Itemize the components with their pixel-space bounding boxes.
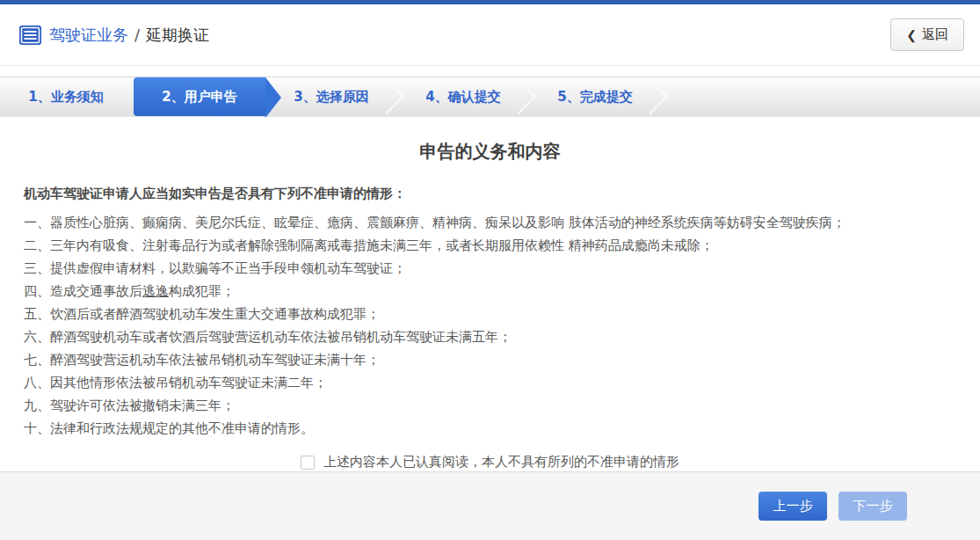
step-4-confirm-submit: 4、确认提交 — [397, 77, 529, 116]
declaration-item-9: 九、驾驶许可依法被撤销未满三年； — [24, 394, 956, 417]
breadcrumb: 驾驶证业务 / 延期换证 — [19, 25, 209, 46]
back-button-label: 返回 — [922, 26, 948, 43]
step-5-complete-submit: 5、完成提交 — [529, 77, 661, 116]
agreement-checkbox[interactable] — [301, 456, 315, 470]
declaration-items: 一、器质性心脏病、癫痫病、美尼尔氏症、眩晕症、癔病、震颤麻痹、精神病、痴呆以及影… — [24, 211, 956, 440]
declaration-item-4: 四、造成交通事故后逃逸构成犯罪； — [24, 280, 956, 303]
step-label: 5、完成提交 — [557, 89, 632, 106]
declaration-item-3: 三、提供虚假申请材料，以欺骗等不正当手段申领机动车驾驶证； — [24, 257, 956, 280]
declaration-item-8: 八、因其他情形依法被吊销机动车驾驶证未满二年； — [24, 371, 956, 394]
breadcrumb-business-type[interactable]: 驾驶证业务 — [49, 25, 128, 46]
breadcrumb-current-page: 延期换证 — [146, 25, 209, 46]
breadcrumb-separator: / — [134, 26, 140, 44]
step-1-business-notice: 1、业务须知 — [0, 77, 132, 116]
list-icon — [19, 26, 41, 45]
footer-bar: 上一步 下一步 — [0, 471, 980, 540]
step-wizard: 1、业务须知 2、用户申告 3、选择原因 4、确认提交 5、完成提交 — [0, 77, 980, 117]
step-2-user-declaration: 2、用户申告 — [134, 77, 265, 116]
page-title: 申告的义务和内容 — [24, 140, 956, 164]
back-button[interactable]: ❮ 返回 — [890, 18, 964, 51]
declaration-item-5: 五、饮酒后或者醉酒驾驶机动车发生重大交通事故构成犯罪； — [24, 303, 956, 325]
step-label: 2、用户申告 — [162, 89, 236, 106]
agreement-row: 上述内容本人已认真阅读，本人不具有所列的不准申请的情形 — [24, 454, 956, 471]
previous-step-button[interactable]: 上一步 — [759, 492, 827, 521]
step-label: 1、业务须知 — [28, 89, 103, 106]
declaration-item-7: 七、醉酒驾驶营运机动车依法被吊销机动车驾驶证未满十年； — [24, 348, 956, 371]
declaration-intro: 机动车驾驶证申请人应当如实申告是否具有下列不准申请的情形： — [24, 181, 956, 206]
agreement-label: 上述内容本人已认真阅读，本人不具有所列的不准申请的情形 — [323, 454, 679, 471]
declaration-item-1: 一、器质性心脏病、癫痫病、美尼尔氏症、眩晕症、癔病、震颤麻痹、精神病、痴呆以及影… — [24, 211, 956, 234]
step-label: 4、确认提交 — [425, 89, 500, 106]
declaration-content: 申告的义务和内容 机动车驾驶证申请人应当如实申告是否具有下列不准申请的情形： 一… — [0, 140, 980, 471]
declaration-item-6: 六、醉酒驾驶机动车或者饮酒后驾驶营运机动车依法被吊销机动车驾驶证未满五年； — [24, 325, 956, 348]
step-3-select-reason: 3、选择原因 — [265, 77, 397, 116]
step-label: 3、选择原因 — [294, 89, 368, 106]
next-step-button[interactable]: 下一步 — [838, 492, 907, 521]
chevron-left-icon: ❮ — [906, 28, 917, 42]
declaration-item-10: 十、法律和行政法规规定的其他不准申请的情形。 — [24, 417, 956, 440]
page-header: 驾驶证业务 / 延期换证 ❮ 返回 — [0, 4, 980, 66]
declaration-item-2: 二、三年内有吸食、注射毒品行为或者解除强制隔离戒毒措施未满三年，或者长期服用依赖… — [24, 234, 956, 257]
